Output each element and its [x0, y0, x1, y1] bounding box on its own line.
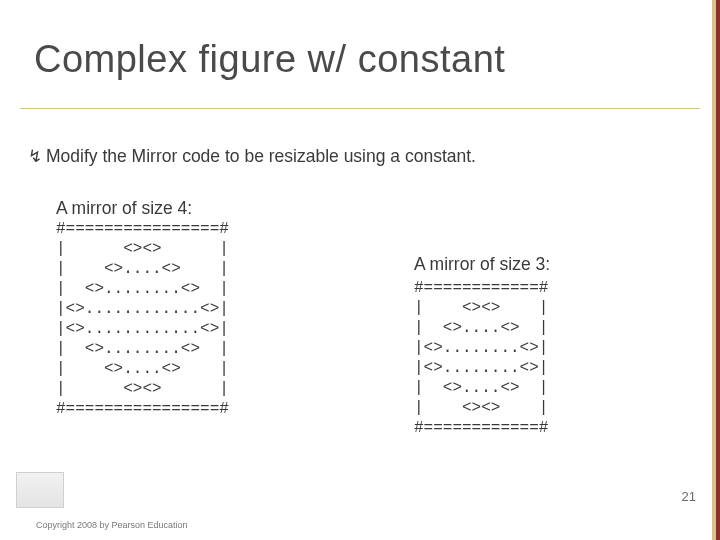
- mirror3-line: #============#: [414, 278, 548, 298]
- mirror4-line: | <>........<> |: [56, 279, 229, 299]
- mirror-size-3-block: #============# | <><> | | <>....<> | |<>…: [414, 278, 548, 438]
- mirror4-label: A mirror of size 4:: [56, 198, 229, 219]
- decor-stripe-red: [716, 0, 720, 540]
- mirror3-line: | <>....<> |: [414, 318, 548, 338]
- slide: Complex figure w/ constant ↯ Modify the …: [0, 0, 720, 540]
- mirror4-line: |<>............<>|: [56, 319, 229, 339]
- page-number: 21: [682, 489, 696, 504]
- bullet-icon: ↯: [28, 146, 42, 167]
- mirror3-line: |<>........<>|: [414, 338, 548, 358]
- title-underline: [20, 108, 700, 109]
- mirror4-line: | <><> |: [56, 379, 229, 399]
- slide-title: Complex figure w/ constant: [34, 38, 505, 81]
- mirror4-line: | <><> |: [56, 239, 229, 259]
- mirror3-line: | <><> |: [414, 298, 548, 318]
- mirror4-line: #================#: [56, 219, 229, 239]
- mirror-size-4-block: A mirror of size 4: #================# |…: [56, 198, 229, 419]
- intro-bullet: ↯ Modify the Mirror code to be resizable…: [28, 146, 476, 167]
- mirror4-line: | <>....<> |: [56, 259, 229, 279]
- mirror4-line: #================#: [56, 399, 229, 419]
- copyright-text: Copyright 2008 by Pearson Education: [36, 520, 188, 530]
- mirror3-line: |<>........<>|: [414, 358, 548, 378]
- intro-text: Modify the Mirror code to be resizable u…: [46, 146, 476, 167]
- mirror3-line: #============#: [414, 418, 548, 438]
- mirror4-line: | <>....<> |: [56, 359, 229, 379]
- mirror4-line: | <>........<> |: [56, 339, 229, 359]
- mirror4-line: |<>............<>|: [56, 299, 229, 319]
- thumbnail-icon: [16, 472, 64, 508]
- mirror3-line: | <><> |: [414, 398, 548, 418]
- mirror3-label: A mirror of size 3:: [414, 254, 550, 275]
- mirror3-line: | <>....<> |: [414, 378, 548, 398]
